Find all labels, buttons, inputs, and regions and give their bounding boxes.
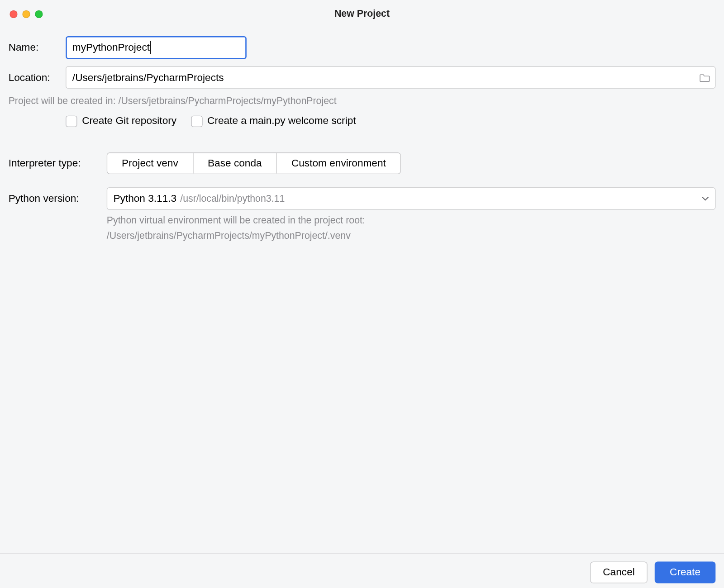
venv-hint-line1: Python virtual environment will be creat… [107,213,716,228]
checkbox-create-mainpy[interactable]: Create a main.py welcome script [191,115,356,127]
titlebar: New Project [0,0,724,28]
text-caret-icon [150,41,150,54]
interpreter-type-segmented: Project venv Base conda Custom environme… [107,152,401,174]
row-python-version: Python version: Python 3.11.3 /usr/local… [9,187,716,209]
row-name: Name: myPythonProject [9,36,716,59]
name-input-value: myPythonProject [72,42,150,54]
checkbox-git-label: Create Git repository [82,115,176,127]
folder-icon[interactable] [699,73,710,82]
location-label: Location: [9,71,66,84]
location-input-value: /Users/jetbrains/PycharmProjects [72,71,699,84]
location-hint: Project will be created in: /Users/jetbr… [9,96,716,107]
zoom-window-icon[interactable] [35,10,43,18]
checkbox-box-icon [66,115,77,127]
create-button[interactable]: Create [655,561,716,583]
checkbox-row: Create Git repository Create a main.py w… [66,115,715,127]
row-location: Location: /Users/jetbrains/PycharmProjec… [9,66,716,89]
venv-hint-line2: /Users/jetbrains/PycharmProjects/myPytho… [107,228,716,243]
checkbox-box-icon [191,115,202,127]
interpreter-type-label: Interpreter type: [9,157,107,170]
cancel-button[interactable]: Cancel [590,561,647,583]
close-window-icon[interactable] [10,10,17,18]
venv-hint: Python virtual environment will be creat… [107,213,716,243]
window-title: New Project [0,9,724,19]
window-controls [10,10,43,18]
minimize-window-icon[interactable] [22,10,30,18]
interpreter-option-base-conda[interactable]: Base conda [193,153,277,173]
python-version-select[interactable]: Python 3.11.3 /usr/local/bin/python3.11 [107,187,716,209]
new-project-dialog: New Project Name: myPythonProject Locati… [0,0,724,588]
dialog-body: Name: myPythonProject Location: /Users/j… [0,28,724,243]
dialog-footer: Cancel Create [0,553,724,588]
python-version-label: Python version: [9,193,107,205]
python-version-path: /usr/local/bin/python3.11 [180,193,285,204]
interpreter-option-custom-environment[interactable]: Custom environment [277,153,400,173]
chevron-down-icon [702,196,709,201]
python-version-value: Python 3.11.3 [113,193,176,205]
name-label: Name: [9,42,66,54]
interpreter-option-project-venv[interactable]: Project venv [107,153,193,173]
checkbox-create-git[interactable]: Create Git repository [66,115,176,127]
location-input[interactable]: /Users/jetbrains/PycharmProjects [66,66,715,89]
checkbox-mainpy-label: Create a main.py welcome script [207,115,356,127]
row-interpreter-type: Interpreter type: Project venv Base cond… [9,152,716,174]
name-input[interactable]: myPythonProject [66,36,247,59]
